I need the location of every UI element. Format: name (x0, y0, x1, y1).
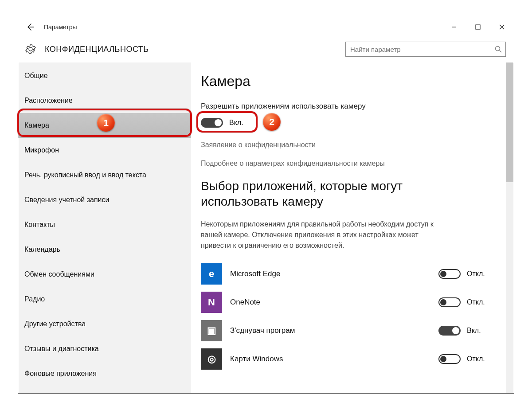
sidebar-item-label: Радио (24, 295, 45, 303)
window-controls (442, 18, 514, 36)
svg-point-1 (496, 47, 500, 51)
toggle-knob (215, 119, 222, 126)
sidebar-item-camera[interactable]: Камера (18, 113, 191, 138)
settings-icon-button[interactable] (24, 43, 37, 55)
sidebar-item-other-devices[interactable]: Другие устройства (18, 312, 191, 336)
sidebar-item-label: Микрофон (24, 146, 59, 154)
sidebar-item-label: Фоновые приложения (24, 370, 97, 378)
toggle-knob (440, 299, 446, 305)
app-toggle-state: Откл. (467, 270, 485, 278)
app-name: OneNote (230, 298, 438, 307)
sidebar-item-label: Расположение (24, 97, 73, 105)
app-toggle-state: Вкл. (467, 327, 481, 335)
sidebar-item-radio[interactable]: Радио (18, 287, 191, 312)
apps-section-heading: Выбор приложений, которые могут использо… (201, 178, 431, 209)
app-name: З'єднувач програм (230, 326, 438, 335)
sidebar-item-label: Обмен сообщениями (24, 270, 94, 278)
app-toggle-state: Откл. (467, 298, 485, 306)
toggle-knob (452, 327, 459, 334)
close-button[interactable] (490, 18, 514, 36)
apps-section-desc: Некоторым приложениям для правильной раб… (201, 219, 440, 251)
app-toggle-maps[interactable] (438, 354, 461, 364)
app-row-maps: ◎ Карти Windows Откл. (201, 345, 496, 373)
toggle-knob (440, 271, 446, 277)
content-pane[interactable]: Камера Разрешить приложениям использоват… (191, 62, 514, 393)
search-input[interactable] (350, 46, 495, 53)
header: КОНФИДЕНЦИАЛЬНОСТЬ (18, 36, 514, 62)
app-name: Microsoft Edge (230, 269, 438, 278)
onenote-icon: N (201, 292, 222, 313)
sidebar-item-location[interactable]: Расположение (18, 88, 191, 113)
sidebar-item-microphone[interactable]: Микрофон (18, 138, 191, 163)
allow-camera-toggle[interactable] (201, 118, 223, 128)
app-toggle-onenote[interactable] (438, 297, 461, 307)
sidebar-item-speech[interactable]: Речь, рукописный ввод и ввод текста (18, 163, 191, 187)
search-icon (495, 46, 502, 53)
edge-icon: e (201, 263, 222, 285)
scrollbar-thumb[interactable] (506, 62, 513, 182)
app-row-onenote: N OneNote Откл. (201, 288, 496, 316)
sidebar-item-account[interactable]: Сведения учетной записи (18, 187, 191, 212)
app-toggle-edge[interactable] (438, 269, 461, 279)
page-heading: КОНФИДЕНЦИАЛЬНОСТЬ (45, 45, 149, 54)
close-icon (499, 24, 505, 30)
sidebar-item-calendar[interactable]: Календарь (18, 237, 191, 262)
scrollbar-track[interactable] (506, 62, 514, 393)
sidebar-item-label: Отзывы и диагностика (24, 345, 99, 353)
app-row-edge: e Microsoft Edge Откл. (201, 260, 496, 288)
sidebar-item-label: Сведения учетной записи (24, 196, 109, 204)
content-title: Камера (201, 73, 496, 90)
sidebar-item-label: Контакты (24, 221, 55, 229)
sidebar-item-feedback[interactable]: Отзывы и диагностика (18, 336, 191, 361)
minimize-icon (451, 24, 457, 30)
minimize-button[interactable] (442, 18, 466, 36)
sidebar-item-background-apps[interactable]: Фоновые приложения (18, 361, 191, 386)
sidebar[interactable]: Общие Расположение Камера Микрофон Речь,… (18, 62, 191, 393)
allow-camera-toggle-state: Вкл. (229, 119, 243, 127)
sidebar-item-label: Речь, рукописный ввод и ввод текста (24, 171, 146, 179)
arrow-left-icon (26, 23, 35, 31)
toggle-knob (440, 356, 446, 362)
gear-icon (25, 44, 36, 55)
back-button[interactable] (23, 20, 38, 35)
app-toggle-state: Откл. (467, 355, 485, 363)
maps-icon: ◎ (201, 348, 222, 370)
sidebar-item-label: Календарь (24, 246, 60, 254)
sidebar-item-general[interactable]: Общие (18, 63, 191, 88)
sidebar-item-label: Камера (24, 121, 49, 129)
connector-icon: ▣ (201, 320, 222, 341)
maximize-button[interactable] (466, 18, 490, 36)
body: Общие Расположение Камера Микрофон Речь,… (18, 62, 514, 393)
search-box[interactable] (345, 42, 506, 57)
svg-rect-0 (476, 25, 480, 29)
sidebar-item-contacts[interactable]: Контакты (18, 212, 191, 237)
privacy-statement-link[interactable]: Заявление о конфиденциальности (201, 141, 496, 149)
maximize-icon (475, 24, 481, 30)
sidebar-item-messaging[interactable]: Обмен сообщениями (18, 262, 191, 287)
allow-apps-label: Разрешить приложениям использовать камер… (201, 102, 496, 111)
titlebar: Параметры (18, 18, 514, 36)
sidebar-item-label: Общие (24, 72, 48, 80)
window-title: Параметры (44, 23, 77, 31)
settings-window: Параметры КОНФИДЕНЦИАЛЬНОСТЬ (18, 18, 514, 394)
sidebar-item-label: Другие устройства (24, 320, 86, 328)
app-name: Карти Windows (230, 355, 438, 363)
app-row-connector: ▣ З'єднувач програм Вкл. (201, 316, 496, 345)
privacy-details-link[interactable]: Подробнее о параметрах конфиденциальност… (201, 160, 496, 168)
app-toggle-connector[interactable] (438, 326, 461, 336)
main-toggle-row: Вкл. (201, 118, 496, 128)
